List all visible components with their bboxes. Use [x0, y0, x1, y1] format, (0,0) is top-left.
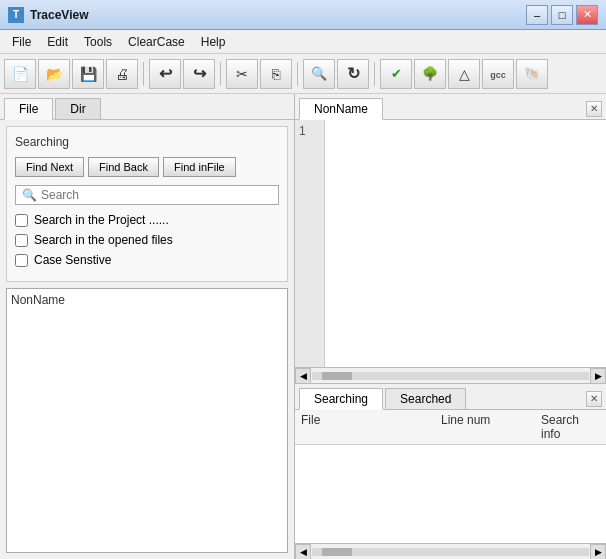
search-input[interactable] — [41, 188, 272, 202]
bottom-hscroll-track[interactable] — [312, 548, 589, 556]
line-numbers: 1 — [295, 120, 325, 367]
checkbox-case-sensitive[interactable] — [15, 254, 28, 267]
find-button[interactable] — [303, 59, 335, 89]
line-number: 1 — [299, 124, 320, 138]
menu-clearcase[interactable]: ClearCase — [120, 33, 193, 51]
hscroll-thumb[interactable] — [322, 372, 352, 380]
hscroll-track[interactable] — [312, 372, 589, 380]
results-header: File Line num Search info — [295, 410, 606, 445]
hscroll-right-button[interactable]: ▶ — [590, 368, 606, 384]
shell-icon — [524, 66, 540, 81]
menu-bar: File Edit Tools ClearCase Help — [0, 30, 606, 54]
menu-tools[interactable]: Tools — [76, 33, 120, 51]
label-case-sensitive: Case Senstive — [34, 253, 111, 267]
new-button[interactable] — [4, 59, 36, 89]
main-layout: File Dir Searching Find Next Find Back F… — [0, 94, 606, 559]
check-button[interactable] — [380, 59, 412, 89]
col-file-header: File — [301, 413, 441, 441]
undo-icon — [159, 64, 172, 83]
save-button[interactable] — [72, 59, 104, 89]
hscroll-left-button[interactable]: ◀ — [295, 368, 311, 384]
search-magnifier-icon: 🔍 — [22, 188, 37, 202]
right-top-tabs: NonName ✕ — [295, 94, 606, 120]
find-icon — [311, 66, 327, 81]
find-in-file-button[interactable]: Find inFile — [163, 157, 236, 177]
search-input-wrap: 🔍 — [15, 185, 279, 205]
right-bottom-content: File Line num Search info — [295, 410, 606, 543]
app-title: TraceView — [30, 8, 523, 22]
shell-button[interactable] — [516, 59, 548, 89]
tab-dir[interactable]: Dir — [55, 98, 100, 119]
menu-file[interactable]: File — [4, 33, 39, 51]
label-search-project: Search in the Project ...... — [34, 213, 169, 227]
right-panel: NonName ✕ 1 ◀ ▶ Searching Searched ✕ — [295, 94, 606, 559]
cut-button[interactable] — [226, 59, 258, 89]
right-top-hscroll[interactable]: ◀ ▶ — [295, 367, 606, 383]
gcc-button[interactable] — [482, 59, 514, 89]
menu-edit[interactable]: Edit — [39, 33, 76, 51]
refresh-button[interactable] — [337, 59, 369, 89]
tri-icon — [459, 66, 470, 82]
tab-searching[interactable]: Searching — [299, 388, 383, 410]
open-icon — [46, 66, 63, 82]
toolbar-separator-2 — [220, 62, 221, 86]
copy-icon — [272, 66, 280, 82]
right-bottom: Searching Searched ✕ File Line num Searc… — [295, 384, 606, 559]
cut-icon — [236, 66, 248, 82]
search-panel: Searching Find Next Find Back Find inFil… — [6, 126, 288, 282]
checkbox-search-project[interactable] — [15, 214, 28, 227]
title-bar: T TraceView – □ ✕ — [0, 0, 606, 30]
tab-nonname[interactable]: NonName — [299, 98, 383, 120]
check-icon — [391, 66, 402, 81]
tab-searched[interactable]: Searched — [385, 388, 466, 409]
tri-button[interactable] — [448, 59, 480, 89]
toolbar-separator-1 — [143, 62, 144, 86]
redo-icon — [193, 64, 206, 83]
left-tabs: File Dir — [0, 94, 294, 120]
right-bottom-hscroll[interactable]: ◀ ▶ — [295, 543, 606, 559]
tab-file[interactable]: File — [4, 98, 53, 120]
col-searchinfo-header: Search info — [541, 413, 600, 441]
open-button[interactable] — [38, 59, 70, 89]
search-buttons: Find Next Find Back Find inFile — [15, 157, 279, 177]
print-icon — [115, 66, 129, 82]
right-top-content: 1 — [295, 120, 606, 367]
right-top: NonName ✕ 1 ◀ ▶ — [295, 94, 606, 384]
checkbox-search-opened[interactable] — [15, 234, 28, 247]
bottom-hscroll-right-button[interactable]: ▶ — [590, 544, 606, 560]
find-back-button[interactable]: Find Back — [88, 157, 159, 177]
nonname-panel-left: NonName — [6, 288, 288, 553]
undo-button[interactable] — [149, 59, 181, 89]
save-icon — [80, 66, 97, 82]
app-icon: T — [8, 7, 24, 23]
find-next-button[interactable]: Find Next — [15, 157, 84, 177]
right-bottom-tabs: Searching Searched ✕ — [295, 384, 606, 410]
check-row-project: Search in the Project ...... — [15, 213, 279, 227]
right-bottom-close-button[interactable]: ✕ — [586, 391, 602, 407]
right-top-close-button[interactable]: ✕ — [586, 101, 602, 117]
col-linenum-header: Line num — [441, 413, 541, 441]
close-window-button[interactable]: ✕ — [576, 5, 598, 25]
menu-help[interactable]: Help — [193, 33, 234, 51]
toolbar-separator-4 — [374, 62, 375, 86]
copy-button[interactable] — [260, 59, 292, 89]
results-body — [295, 445, 606, 543]
minimize-button[interactable]: – — [526, 5, 548, 25]
gcc-icon — [490, 67, 506, 81]
search-panel-title: Searching — [15, 135, 279, 149]
label-search-opened: Search in the opened files — [34, 233, 173, 247]
refresh-icon — [347, 64, 360, 83]
left-panel: File Dir Searching Find Next Find Back F… — [0, 94, 295, 559]
new-icon — [12, 66, 29, 82]
toolbar — [0, 54, 606, 94]
maximize-button[interactable]: □ — [551, 5, 573, 25]
tree-button[interactable] — [414, 59, 446, 89]
check-row-opened: Search in the opened files — [15, 233, 279, 247]
check-row-case: Case Senstive — [15, 253, 279, 267]
tree-icon — [422, 66, 438, 81]
bottom-hscroll-thumb[interactable] — [322, 548, 352, 556]
bottom-hscroll-left-button[interactable]: ◀ — [295, 544, 311, 560]
redo-button[interactable] — [183, 59, 215, 89]
nonname-label: NonName — [11, 293, 65, 307]
print-button[interactable] — [106, 59, 138, 89]
